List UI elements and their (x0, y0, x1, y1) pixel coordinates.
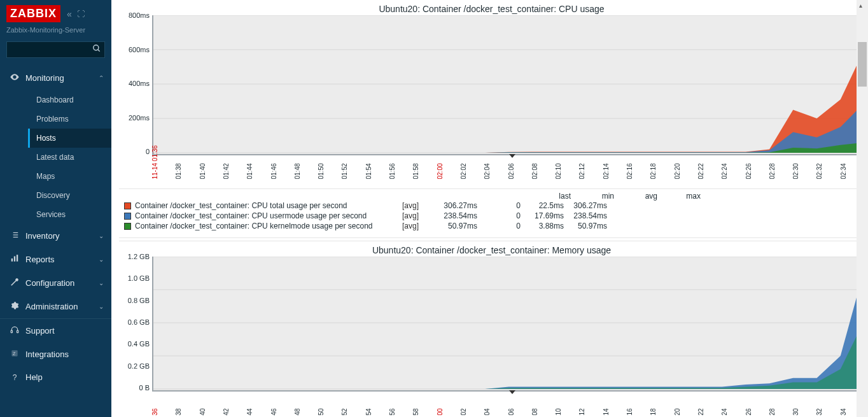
graph-cpu-plot[interactable]: 800ms600ms400ms200ms0 (119, 15, 864, 155)
subnav-latest-data[interactable]: Latest data (28, 148, 111, 167)
legend-last: 238.54ms (434, 211, 477, 221)
xtick: 54 (365, 408, 372, 415)
xtick: 56 (389, 408, 396, 415)
legend-avg: 22.5ms (521, 201, 564, 211)
xtick: 01:58 (412, 163, 419, 179)
nav-monitoring[interactable]: Monitoring ⌃ (0, 66, 111, 90)
legend-max: 50.97ms (564, 221, 607, 231)
legend-min: 0 (477, 201, 521, 211)
graph-cpu-body (152, 15, 864, 155)
xtick: 02:06 (507, 163, 514, 179)
nav-help-label: Help (25, 372, 104, 382)
xtick: 01:40 (199, 163, 206, 179)
graph-memory-yaxis: 1.2 GB1.0 GB0.8 GB0.6 GB0.4 GB0.2 GB0 B (119, 257, 152, 392)
header: ZABBIX « ⛶ (0, 0, 111, 25)
main-content: Ubuntu20: Container /docker_test_contain… (111, 0, 868, 417)
legend-last: 306.27ms (434, 201, 477, 211)
ytick: 0 B (139, 384, 150, 392)
xtick: 34 (839, 408, 846, 415)
fullscreen-icon[interactable]: ⛶ (77, 10, 85, 18)
xtick: 02:28 (768, 163, 775, 179)
xtick: 02:22 (697, 163, 704, 179)
legend-max: 306.27ms (564, 201, 607, 211)
scrollbar-thumb[interactable] (858, 42, 867, 87)
xtick: 01:54 (365, 163, 372, 179)
server-name: Zabbix-Monitoring-Server (0, 25, 111, 39)
graph-memory-plot[interactable]: 1.2 GB1.0 GB0.8 GB0.6 GB0.4 GB0.2 GB0 B (119, 257, 864, 392)
subnav-hosts[interactable]: Hosts (28, 129, 111, 148)
subnav-discovery[interactable]: Discovery (28, 186, 111, 205)
collapse-sidebar-icon[interactable]: « (67, 9, 72, 19)
xtick: 01:38 (175, 163, 182, 179)
svg-marker-28 (153, 270, 864, 389)
xtick: 30 (792, 408, 799, 415)
nav-reports-label: Reports (25, 255, 99, 264)
xtick: 12 (578, 408, 585, 415)
nav-reports[interactable]: Reports ⌄ (0, 248, 111, 271)
xtick: 01:52 (341, 163, 348, 179)
ytick: 600ms (129, 46, 150, 53)
xtick: 50 (318, 408, 325, 415)
legend-col-last: last (528, 192, 571, 201)
list-icon (8, 230, 22, 241)
subnav-services[interactable]: Services (28, 205, 111, 224)
legend-row: Container /docker_test_container: CPU ke… (124, 221, 864, 231)
nav-administration[interactable]: Administration ⌄ (0, 295, 111, 318)
xtick: 44 (246, 408, 253, 415)
chevron-down-icon: ⌄ (99, 303, 104, 310)
scroll-up-icon[interactable]: ▴ (859, 2, 862, 9)
legend-col-min: min (571, 192, 614, 201)
ytick: 800ms (129, 11, 150, 19)
search-icon[interactable] (92, 44, 101, 55)
graph-memory-body (152, 257, 864, 392)
legend-type: [avg] (402, 201, 434, 211)
svg-rect-8 (11, 258, 13, 262)
chevron-down-icon: ⌄ (99, 256, 104, 263)
xtick: 01:46 (270, 163, 277, 179)
legend-name: Container /docker_test_container: CPU us… (135, 211, 402, 221)
xtick: 01:48 (293, 163, 300, 179)
xtick: 02:16 (626, 163, 633, 179)
ytick: 1.2 GB (128, 253, 150, 260)
search-input[interactable] (6, 41, 105, 58)
graph-memory: Ubuntu20: Container /docker_test_contain… (119, 241, 864, 417)
ytick: 0.2 GB (128, 362, 150, 370)
xtick: 01:42 (222, 163, 229, 179)
xtick: 06 (507, 408, 514, 415)
xtick: 52 (341, 408, 348, 415)
legend-min: 0 (477, 221, 521, 231)
legend-color-swatch (124, 223, 131, 230)
svg-text:Z: Z (13, 351, 16, 356)
sidebar: ZABBIX « ⛶ Zabbix-Monitoring-Server Moni… (0, 0, 111, 417)
xtick: 00 (436, 408, 443, 415)
xtick: 02:12 (578, 163, 585, 179)
nav-configuration[interactable]: Configuration ⌄ (0, 271, 111, 295)
ytick: 0.4 GB (128, 340, 150, 348)
legend-color-swatch (124, 202, 131, 209)
xtick: 10 (555, 408, 562, 415)
ytick: 1.0 GB (128, 274, 150, 282)
nav-support[interactable]: Support (0, 319, 111, 343)
scrollbar-vertical[interactable]: ▴ (857, 0, 868, 417)
nav-inventory-label: Inventory (25, 231, 99, 241)
subnav-problems[interactable]: Problems (28, 110, 111, 129)
graph-cpu-title: Ubuntu20: Container /docker_test_contain… (119, 0, 864, 15)
legend-max: 238.54ms (564, 211, 607, 221)
legend-type: [avg] (402, 221, 434, 231)
xtick: 04 (484, 408, 491, 415)
logo[interactable]: ZABBIX (6, 5, 60, 22)
gear-icon (8, 301, 22, 312)
subnav-dashboard[interactable]: Dashboard (28, 90, 111, 110)
subnav-maps[interactable]: Maps (28, 167, 111, 186)
nav-support-label: Support (25, 326, 104, 336)
xtick: 40 (199, 408, 206, 415)
xtick: 32 (816, 408, 823, 415)
nav-help[interactable]: ? Help (0, 366, 111, 388)
xtick: 08 (531, 408, 538, 415)
xtick: 28 (768, 408, 775, 415)
xtick: 02 (459, 408, 466, 415)
nav-inventory[interactable]: Inventory ⌄ (0, 224, 111, 248)
nav-integrations[interactable]: Z Integrations (0, 343, 111, 366)
xtick: 24 (721, 408, 728, 415)
wrench-icon (8, 278, 22, 288)
